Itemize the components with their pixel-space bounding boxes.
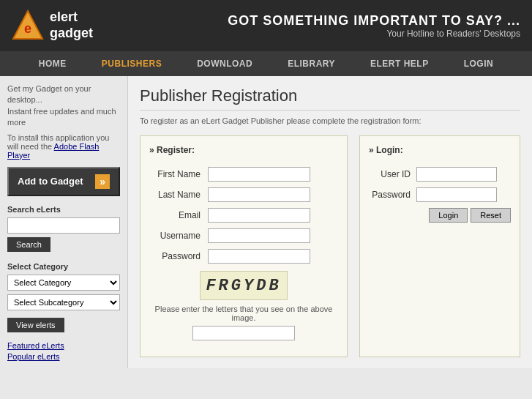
first-name-row: First Name — [149, 167, 338, 182]
username-row: Username — [149, 228, 338, 243]
first-name-input[interactable] — [208, 167, 310, 182]
nav-elibrary[interactable]: ELIBRARY — [270, 51, 353, 76]
email-row: Email — [149, 208, 338, 223]
password-row: Password — [149, 249, 338, 264]
header-tagline: GOT SOMETHING IMPORTANT TO SAY? ... Your… — [107, 13, 520, 39]
nav-home[interactable]: HOME — [21, 51, 84, 76]
last-name-input[interactable] — [208, 187, 310, 202]
captcha-container: FRGYDB Please enter the letters that you… — [149, 271, 338, 340]
nav-elert-help[interactable]: ELERT HELP — [353, 51, 446, 76]
logo-area: e elert gadget — [12, 10, 107, 42]
captcha-input[interactable] — [192, 326, 295, 340]
first-name-label: First Name — [149, 169, 208, 179]
logo-text: elert gadget — [50, 10, 93, 41]
header: e elert gadget GOT SOMETHING IMPORTANT T… — [0, 0, 532, 51]
captcha-image: FRGYDB — [200, 271, 288, 300]
nav-publishers[interactable]: PUBLISHERS — [84, 51, 179, 76]
register-panel-title: » Register: — [149, 145, 338, 158]
last-name-row: Last Name — [149, 187, 338, 202]
select-category-label: Select Category — [7, 262, 120, 271]
tagline-main: GOT SOMETHING IMPORTANT TO SAY? ... — [107, 13, 520, 29]
featured-elerts-link[interactable]: Featured eLerts — [7, 341, 120, 350]
user-id-row: User ID — [369, 167, 511, 182]
form-columns: » Register: First Name Last Name Email U… — [140, 135, 520, 357]
main-content: Publisher Registration To register as an… — [128, 76, 532, 368]
user-id-input[interactable] — [416, 167, 497, 182]
reset-button[interactable]: Reset — [471, 208, 511, 223]
user-id-label: User ID — [369, 169, 416, 179]
main-layout: Get my Gadget on your desktop... Instant… — [0, 76, 532, 368]
email-label: Email — [149, 210, 208, 220]
sidebar-install-text: To install this application you will nee… — [7, 133, 120, 160]
email-input[interactable] — [208, 208, 310, 223]
username-label: Username — [149, 231, 208, 241]
username-input[interactable] — [208, 228, 310, 243]
page-title: Publisher Registration — [140, 86, 520, 111]
captcha-label: Please enter the letters that you see on… — [149, 305, 338, 322]
page-description: To register as an eLert Gadget Publisher… — [140, 116, 520, 125]
add-to-gadget-button[interactable]: Add to Gadget » — [7, 167, 120, 196]
popular-elerts-link[interactable]: Popular eLerts — [7, 352, 120, 361]
view-elerts-button[interactable]: View elerts — [7, 318, 64, 332]
register-panel: » Register: First Name Last Name Email U… — [140, 135, 348, 357]
search-elerts-label: Search eLerts — [7, 205, 120, 214]
last-name-label: Last Name — [149, 190, 208, 200]
logo-icon: e — [12, 10, 44, 42]
sidebar-links: Featured eLerts Popular eLerts — [7, 341, 120, 361]
nav-login[interactable]: LOGIN — [446, 51, 512, 76]
search-button[interactable]: Search — [7, 237, 50, 252]
category-select[interactable]: Select Category — [7, 275, 120, 291]
search-input[interactable] — [7, 217, 120, 234]
tagline-sub: Your Hotline to Readers' Desktops — [107, 29, 520, 39]
sidebar-promo: Get my Gadget on your desktop... Instant… — [7, 83, 120, 129]
sidebar: Get my Gadget on your desktop... Instant… — [0, 76, 128, 368]
nav-download[interactable]: DOWNLOAD — [179, 51, 270, 76]
login-panel: » Login: User ID Password Login Reset — [359, 135, 520, 357]
login-password-label: Password — [369, 190, 416, 200]
login-button[interactable]: Login — [429, 208, 468, 223]
password-input[interactable] — [208, 249, 310, 264]
login-password-input[interactable] — [416, 187, 497, 202]
login-buttons: Login Reset — [369, 208, 511, 223]
subcategory-select[interactable]: Select Subcategory — [7, 294, 120, 310]
add-to-gadget-arrow: » — [95, 174, 110, 189]
login-panel-title: » Login: — [369, 145, 511, 158]
main-nav: HOME PUBLISHERS DOWNLOAD ELIBRARY ELERT … — [0, 51, 532, 76]
password-label: Password — [149, 251, 208, 261]
login-password-row: Password — [369, 187, 511, 202]
svg-text:e: e — [24, 21, 31, 36]
